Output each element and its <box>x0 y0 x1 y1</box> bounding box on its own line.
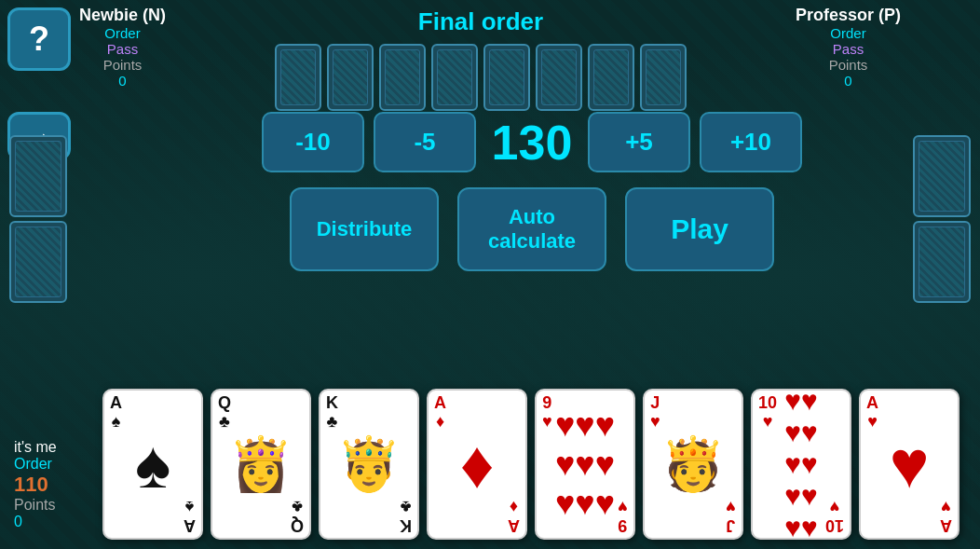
newbie-hand <box>9 135 67 303</box>
plus10-button[interactable]: +10 <box>700 112 802 172</box>
professor-pass-label: Pass <box>796 41 901 57</box>
top-card-6 <box>536 44 582 111</box>
order-current-value: 130 <box>485 115 578 171</box>
card-corner-top-7: 10♥ <box>758 394 777 432</box>
action-buttons-row: Distribute Auto calculate Play <box>290 187 774 271</box>
card-center-4: ♦ <box>460 426 495 502</box>
card-corner-bottom-6: J♥ <box>726 497 736 534</box>
card-corner-bottom-7: 10♥ <box>825 497 844 534</box>
top-card-5 <box>483 44 530 111</box>
card-center-7: ♥♥♥♥♥♥♥♥♥♥ <box>784 389 818 540</box>
newbie-pass-label: Pass <box>79 41 166 57</box>
card-corner-top-4: A♦ <box>434 394 446 432</box>
top-cards-area: Final order <box>175 0 786 117</box>
professor-player-info: Professor (P) Order Pass Points 0 <box>786 0 980 94</box>
minus5-button[interactable]: -5 <box>374 112 476 172</box>
middle-section: -10 -5 130 +5 +10 Distribute Auto calcul… <box>84 112 980 271</box>
card-corner-bottom-2: Q♣ <box>291 497 304 534</box>
card-corner-top-8: A♥ <box>866 394 878 432</box>
top-card-3 <box>379 44 426 111</box>
self-points-value: 0 <box>14 514 88 530</box>
newbie-card-2 <box>9 221 67 303</box>
card-corner-bottom-5: 9♥ <box>618 497 628 534</box>
top-card-7 <box>588 44 634 111</box>
card-corner-bottom-1: A♠ <box>184 497 196 534</box>
newbie-points-value: 0 <box>79 73 166 89</box>
professor-points-value: 0 <box>796 73 901 89</box>
top-cards-row <box>275 44 687 111</box>
card-nine-hearts[interactable]: 9♥ ♥♥♥♥♥♥♥♥♥ 9♥ <box>535 389 635 540</box>
minus10-button[interactable]: -10 <box>262 112 364 172</box>
professor-order-label: Order <box>796 25 901 41</box>
card-center-5: ♥♥♥♥♥♥♥♥♥ <box>555 405 615 523</box>
newbie-points-label: Points <box>79 57 166 73</box>
top-card-8 <box>640 44 687 111</box>
card-ace-spades[interactable]: A♠ ♠ A♠ <box>102 389 203 540</box>
self-order-label: Order <box>14 456 88 473</box>
bottom-section: it's me Order 110 Points 0 A♠ ♠ A♠ Q♣ 👸 <box>0 363 980 549</box>
top-card-4 <box>431 44 478 111</box>
self-player-info: it's me Order 110 Points 0 <box>0 430 102 540</box>
its-me-label: it's me <box>14 439 88 456</box>
top-bar: Newbie (N) Order Pass Points 0 Final ord… <box>0 0 980 130</box>
card-art-6: 🫅 <box>648 417 738 512</box>
card-center-8: ♥ <box>890 426 930 502</box>
card-corner-top-5: 9♥ <box>542 394 552 432</box>
card-corner-top-1: A♠ <box>110 394 122 432</box>
card-ten-hearts[interactable]: 10♥ ♥♥♥♥♥♥♥♥♥♥ 10♥ <box>751 389 851 540</box>
player-hand: A♠ ♠ A♠ Q♣ 👸 Q♣ K♣ <box>102 389 980 540</box>
auto-calculate-button[interactable]: Auto calculate <box>457 187 606 271</box>
self-points-label: Points <box>14 497 88 514</box>
newbie-order-label: Order <box>79 25 166 41</box>
card-corner-bottom-3: K♣ <box>400 497 412 534</box>
final-order-title: Final order <box>418 7 543 36</box>
card-ace-hearts[interactable]: A♥ ♥ A♥ <box>859 389 960 540</box>
top-card-1 <box>275 44 321 111</box>
card-corner-bottom-8: A♥ <box>940 497 952 534</box>
card-king-clubs[interactable]: K♣ 🤴 K♣ <box>319 389 419 540</box>
newbie-name: Newbie (N) <box>79 6 166 25</box>
top-card-2 <box>327 44 374 111</box>
card-center-1: ♠ <box>135 426 170 502</box>
distribute-button[interactable]: Distribute <box>290 187 439 271</box>
newbie-card-1 <box>9 135 67 217</box>
card-queen-clubs[interactable]: Q♣ 👸 Q♣ <box>211 389 311 540</box>
self-order-value: 110 <box>14 473 88 497</box>
card-ace-diamonds[interactable]: A♦ ♦ A♦ <box>427 389 527 540</box>
play-button[interactable]: Play <box>625 187 774 271</box>
newbie-player-info: Newbie (N) Order Pass Points 0 <box>0 0 175 94</box>
order-controls-row: -10 -5 130 +5 +10 <box>262 112 802 172</box>
card-jack-hearts[interactable]: J♥ 🫅 J♥ <box>643 389 743 540</box>
plus5-button[interactable]: +5 <box>588 112 690 172</box>
professor-points-label: Points <box>796 57 901 73</box>
professor-name: Professor (P) <box>796 6 901 25</box>
card-corner-bottom-4: A♦ <box>508 497 520 534</box>
